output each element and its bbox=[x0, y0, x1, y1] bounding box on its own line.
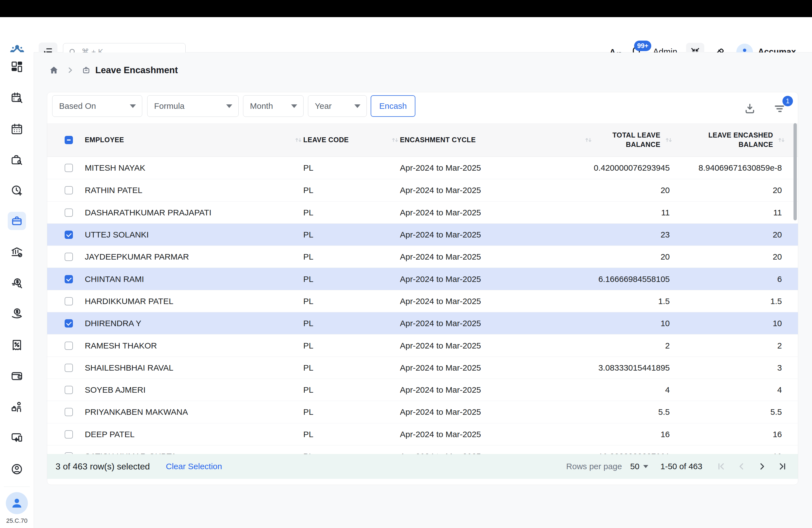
table-row[interactable]: JAYDEEPKUMAR PARMAR PL Apr-2024 to Mar-2… bbox=[47, 246, 798, 268]
first-page-button[interactable] bbox=[715, 460, 727, 472]
money-settings-icon bbox=[11, 277, 23, 289]
table-tools: 1 bbox=[743, 101, 787, 116]
row-checkbox[interactable] bbox=[64, 253, 73, 261]
employee-name-cell: DASHARATHKUMAR PRAJAPATI bbox=[85, 208, 303, 217]
row-checkbox[interactable] bbox=[64, 364, 73, 372]
sidebar-item-statutory[interactable] bbox=[8, 243, 26, 261]
sidebar-item-calendar[interactable] bbox=[8, 120, 26, 138]
last-page-button[interactable] bbox=[777, 460, 788, 472]
column-header-encashment-cycle[interactable]: ENCASHMENT CYCLE bbox=[400, 123, 593, 157]
encashment-cycle-cell: Apr-2024 to Mar-2025 bbox=[400, 407, 593, 417]
row-checkbox[interactable] bbox=[64, 430, 73, 439]
employee-name-cell: HARDIKKUMAR PATEL bbox=[85, 297, 303, 306]
profile-avatar[interactable] bbox=[6, 492, 28, 514]
leave-code-cell: PL bbox=[303, 385, 400, 395]
sidebar-item-salary-setup[interactable] bbox=[8, 274, 26, 292]
chevron-left-icon bbox=[736, 461, 747, 472]
formula-dropdown[interactable]: Formula bbox=[147, 95, 238, 117]
row-checkbox[interactable] bbox=[64, 275, 73, 283]
table-row[interactable]: RATHIN PATEL PL Apr-2024 to Mar-2025 20 … bbox=[47, 179, 798, 201]
previous-page-button[interactable] bbox=[736, 460, 748, 472]
first-page-icon bbox=[716, 461, 726, 472]
row-checkbox[interactable] bbox=[64, 186, 73, 194]
sidebar-item-account[interactable] bbox=[8, 460, 26, 478]
home-icon[interactable] bbox=[49, 65, 59, 75]
sort-icon[interactable] bbox=[664, 135, 673, 145]
table-body: MITESH NAYAK PL Apr-2024 to Mar-2025 0.4… bbox=[47, 157, 798, 454]
app-version: 25.C.70 bbox=[0, 517, 34, 524]
sidebar-item-dashboard[interactable] bbox=[8, 58, 26, 76]
clear-selection-link[interactable]: Clear Selection bbox=[166, 462, 222, 471]
rows-per-page-select[interactable]: 50 bbox=[630, 462, 648, 471]
column-header-total-leave-balance[interactable]: TOTAL LEAVE BALANCE bbox=[593, 123, 677, 157]
row-checkbox[interactable] bbox=[64, 408, 73, 416]
sidebar-item-leave-setup[interactable] bbox=[8, 151, 26, 169]
filter-count-badge: 1 bbox=[782, 96, 793, 106]
row-checkbox-cell bbox=[47, 208, 85, 217]
table-row[interactable]: DEEP PATEL PL Apr-2024 to Mar-2025 16 16 bbox=[47, 423, 798, 445]
clock-plus-icon bbox=[11, 184, 23, 197]
sidebar-item-deductions[interactable] bbox=[8, 336, 26, 354]
download-button[interactable] bbox=[743, 101, 757, 116]
table-row[interactable]: SATISH KUMAR GUPTA PL Apr-2024 to Mar-20… bbox=[47, 445, 798, 454]
based-on-dropdown[interactable]: Based On bbox=[52, 95, 142, 117]
table-row[interactable]: PRIYANKABEN MAKWANA PL Apr-2024 to Mar-2… bbox=[47, 401, 798, 423]
table-row[interactable]: RAMESH THAKOR PL Apr-2024 to Mar-2025 2 … bbox=[47, 334, 798, 356]
notification-badge: 99+ bbox=[634, 41, 651, 51]
total-leave-balance-cell: 23 bbox=[593, 230, 677, 239]
pagination: Rows per page 50 1-50 of 463 bbox=[566, 460, 788, 472]
row-checkbox[interactable] bbox=[64, 208, 73, 217]
table-row[interactable]: DASHARATHKUMAR PRAJAPATI PL Apr-2024 to … bbox=[47, 201, 798, 223]
next-page-button[interactable] bbox=[756, 460, 768, 472]
row-checkbox[interactable] bbox=[64, 386, 73, 394]
sort-icon[interactable] bbox=[294, 135, 303, 145]
row-checkbox[interactable] bbox=[64, 297, 73, 305]
sidebar-item-attendance-setup[interactable] bbox=[8, 89, 26, 107]
sidebar-item-devices[interactable] bbox=[8, 429, 26, 447]
filter-button[interactable]: 1 bbox=[772, 101, 787, 116]
row-checkbox-cell bbox=[47, 297, 85, 305]
total-leave-balance-cell: 1.5 bbox=[593, 297, 677, 306]
encash-button[interactable]: Encash bbox=[371, 95, 416, 117]
main-content: Leave Encashment Based On Formula Month … bbox=[34, 53, 812, 528]
sort-icon[interactable] bbox=[584, 135, 593, 145]
leave-code-cell: PL bbox=[303, 297, 400, 306]
column-header-leave-code[interactable]: LEAVE CODE bbox=[303, 123, 400, 157]
table-row[interactable]: MITESH NAYAK PL Apr-2024 to Mar-2025 0.4… bbox=[47, 157, 798, 179]
column-header-leave-encashed-balance[interactable]: LEAVE ENCASHED BALANCE bbox=[677, 123, 789, 157]
briefcase-settings-icon bbox=[11, 153, 23, 166]
leave-encashed-balance-cell: 4 bbox=[677, 385, 789, 395]
leave-encashed-balance-cell: 20 bbox=[677, 186, 789, 195]
sort-icon[interactable] bbox=[391, 135, 400, 145]
row-checkbox-cell bbox=[47, 253, 85, 261]
column-header-employee[interactable]: EMPLOYEE bbox=[85, 123, 303, 157]
sidebar-item-payments[interactable] bbox=[8, 367, 26, 385]
table-row[interactable]: UTTEJ SOLANKI PL Apr-2024 to Mar-2025 23… bbox=[47, 223, 798, 246]
table-row[interactable]: DHIRENDRA Y PL Apr-2024 to Mar-2025 10 1… bbox=[47, 312, 798, 334]
month-dropdown[interactable]: Month bbox=[243, 95, 304, 117]
table-row[interactable]: SOYEB AJMERI PL Apr-2024 to Mar-2025 4 4 bbox=[47, 379, 798, 401]
table-row[interactable]: SHAILESHBHAI RAVAL PL Apr-2024 to Mar-20… bbox=[47, 356, 798, 379]
sort-icon[interactable] bbox=[777, 135, 786, 145]
row-checkbox[interactable] bbox=[64, 164, 73, 172]
encashment-cycle-cell: Apr-2024 to Mar-2025 bbox=[400, 163, 593, 173]
sidebar-item-overtime[interactable] bbox=[8, 181, 26, 200]
encashment-cycle-cell: Apr-2024 to Mar-2025 bbox=[400, 363, 593, 372]
leave-code-cell: PL bbox=[303, 275, 400, 284]
row-checkbox-cell bbox=[47, 364, 85, 372]
leave-encashed-balance-cell: 5.5 bbox=[677, 407, 789, 417]
chevron-down-icon bbox=[354, 104, 360, 108]
table-row[interactable]: CHINTAN RAMI PL Apr-2024 to Mar-2025 6.1… bbox=[47, 268, 798, 290]
table-row[interactable]: HARDIKKUMAR PATEL PL Apr-2024 to Mar-202… bbox=[47, 290, 798, 312]
sidebar-item-leave-encashment[interactable] bbox=[8, 212, 26, 230]
select-all-checkbox[interactable] bbox=[64, 136, 73, 144]
row-checkbox[interactable] bbox=[64, 319, 73, 327]
year-dropdown[interactable]: Year bbox=[308, 95, 367, 117]
sidebar-item-employee-exit[interactable] bbox=[8, 398, 26, 416]
row-checkbox[interactable] bbox=[64, 342, 73, 350]
table-scrollbar-thumb[interactable] bbox=[794, 123, 797, 220]
devices-settings-icon bbox=[11, 431, 23, 444]
sidebar-item-payroll[interactable] bbox=[8, 305, 26, 323]
total-leave-balance-cell: 4 bbox=[593, 385, 677, 395]
row-checkbox[interactable] bbox=[64, 231, 73, 239]
